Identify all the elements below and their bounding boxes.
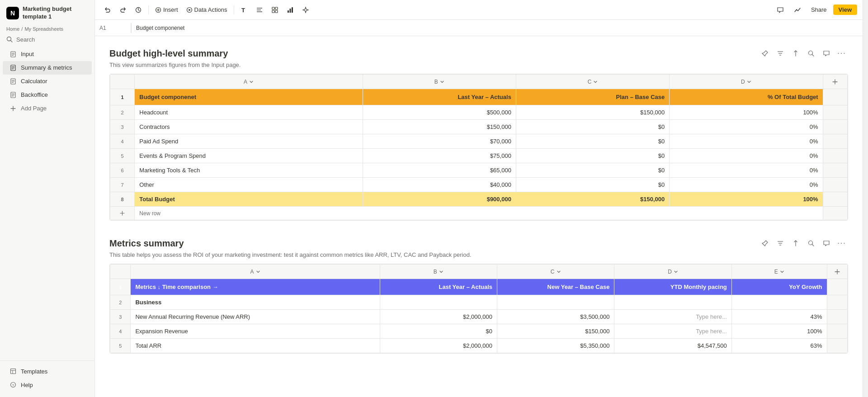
budget-row6-col-d[interactable]: 0% <box>670 163 823 178</box>
text-format-button[interactable]: T <box>237 5 251 15</box>
metrics-pin-button[interactable] <box>759 237 771 250</box>
metrics-row3-col-b[interactable]: $2,000,000 <box>380 310 497 324</box>
budget-row2-col-b[interactable]: $500,000 <box>363 105 516 120</box>
budget-row7-col-b[interactable]: $40,000 <box>363 178 516 192</box>
metrics-row3-col-e[interactable]: 43% <box>731 310 827 324</box>
redo-button[interactable] <box>116 5 130 15</box>
budget-col-d-header[interactable]: % Of Total Budget <box>670 89 823 105</box>
metrics-header-col-d[interactable]: YTD Monthly pacing <box>614 279 731 295</box>
metrics-row3-col-d[interactable]: Type here... <box>614 310 731 324</box>
search-item[interactable]: Search <box>0 33 94 46</box>
budget-row3-col-b[interactable]: $150,000 <box>363 120 516 134</box>
history-button[interactable] <box>131 5 146 15</box>
sidebar-item-templates[interactable]: Templates <box>3 364 92 378</box>
metrics-business-c[interactable] <box>497 295 614 310</box>
metrics-add-col[interactable] <box>827 265 847 279</box>
metrics-business-e[interactable] <box>731 295 827 310</box>
share-button[interactable]: Share <box>807 5 830 15</box>
sidebar-item-summary-metrics[interactable]: Summary & metrics <box>3 61 92 75</box>
share-analytics-button[interactable] <box>790 5 805 15</box>
more-action-button[interactable]: ··· <box>835 47 848 60</box>
search-action-button[interactable] <box>805 47 817 60</box>
metrics-more-button[interactable]: ··· <box>835 237 848 250</box>
budget-row5-col-a[interactable]: Events & Program Spend <box>135 149 363 163</box>
budget-row2-col-a[interactable]: Headcount <box>135 105 363 120</box>
add-col-button[interactable] <box>823 75 847 89</box>
budget-row4-col-b[interactable]: $70,000 <box>363 134 516 149</box>
undo-button[interactable] <box>100 5 115 15</box>
metrics-row4-col-b[interactable]: $0 <box>380 324 497 339</box>
col-header-c[interactable]: C <box>516 75 669 89</box>
budget-row2-col-d[interactable]: 100% <box>670 105 823 120</box>
magic-button[interactable] <box>298 5 313 15</box>
filter-action-button[interactable] <box>774 47 787 60</box>
budget-row7-col-c[interactable]: $0 <box>516 178 669 192</box>
metrics-col-header-d[interactable]: D <box>614 265 731 279</box>
metrics-col-header-b[interactable]: B <box>380 265 497 279</box>
sidebar-item-input[interactable]: Input <box>3 47 92 61</box>
breadcrumb-home[interactable]: Home <box>6 26 19 32</box>
metrics-col-header-c[interactable]: C <box>497 265 614 279</box>
metrics-search-button[interactable] <box>805 237 817 250</box>
new-row-label[interactable]: New row <box>135 208 822 219</box>
insert-button[interactable]: Insert <box>151 5 182 15</box>
scrollbar[interactable] <box>863 0 868 397</box>
metrics-business-b[interactable] <box>380 295 497 310</box>
metrics-row5-col-c[interactable]: $5,350,000 <box>497 339 614 353</box>
metrics-sort-button[interactable] <box>789 237 802 250</box>
budget-row5-col-d[interactable]: 0% <box>670 149 823 163</box>
budget-row3-col-c[interactable]: $0 <box>516 120 669 134</box>
chart-button[interactable] <box>283 5 297 15</box>
metrics-row3-col-c[interactable]: $3,500,000 <box>497 310 614 324</box>
add-row-cell[interactable]: New row <box>135 207 823 220</box>
metrics-row4-col-a[interactable]: Expansion Revenue <box>131 324 380 339</box>
metrics-business-label[interactable]: Business <box>131 295 380 310</box>
budget-total-col-c[interactable]: $150,000 <box>516 192 669 207</box>
budget-row5-col-b[interactable]: $75,000 <box>363 149 516 163</box>
sidebar-item-backoffice[interactable]: Backoffice <box>3 88 92 102</box>
budget-row3-col-d[interactable]: 0% <box>670 120 823 134</box>
formula-value[interactable]: Budget componenet <box>131 23 863 33</box>
budget-total-col-a[interactable]: Total Budget <box>135 192 363 207</box>
budget-col-a-header[interactable]: Budget componenet <box>135 89 363 105</box>
budget-total-col-d[interactable]: 100% <box>670 192 823 207</box>
breadcrumb-spreadsheets[interactable]: My Spreadsheets <box>24 26 63 32</box>
budget-col-c-header[interactable]: Plan – Base Case <box>516 89 669 105</box>
metrics-row3-col-a[interactable]: New Annual Recurring Revenue (New ARR) <box>131 310 380 324</box>
budget-row6-col-a[interactable]: Marketing Tools & Tech <box>135 163 363 178</box>
budget-row2-col-c[interactable]: $150,000 <box>516 105 669 120</box>
metrics-header-col-b[interactable]: Last Year – Actuals <box>380 279 497 295</box>
metrics-filter-button[interactable] <box>774 237 787 250</box>
metrics-row4-col-e[interactable]: 100% <box>731 324 827 339</box>
col-header-b[interactable]: B <box>363 75 516 89</box>
budget-row7-col-d[interactable]: 0% <box>670 178 823 192</box>
budget-row4-col-d[interactable]: 0% <box>670 134 823 149</box>
align-button[interactable] <box>252 5 267 15</box>
budget-row6-col-c[interactable]: $0 <box>516 163 669 178</box>
budget-row5-col-c[interactable]: $0 <box>516 149 669 163</box>
sort-action-button[interactable] <box>789 47 802 60</box>
metrics-comment-button[interactable] <box>820 237 833 250</box>
grid-view-button[interactable] <box>268 5 282 15</box>
metrics-row4-col-c[interactable]: $150,000 <box>497 324 614 339</box>
metrics-row4-col-d[interactable]: Type here... <box>614 324 731 339</box>
comment-action-button[interactable] <box>820 47 833 60</box>
col-header-a[interactable]: A <box>135 75 363 89</box>
metrics-header-col-a[interactable]: Metrics ↓ Time comparison → <box>131 279 380 295</box>
metrics-row5-col-e[interactable]: 63% <box>731 339 827 353</box>
budget-row7-col-a[interactable]: Other <box>135 178 363 192</box>
sidebar-item-add-page[interactable]: Add Page <box>3 102 92 115</box>
col-header-d[interactable]: D <box>670 75 823 89</box>
metrics-col-header-a[interactable]: A <box>131 265 380 279</box>
data-actions-button[interactable]: Data Actions <box>183 5 231 15</box>
budget-total-col-b[interactable]: $900,000 <box>363 192 516 207</box>
pin-action-button[interactable] <box>759 47 771 60</box>
sidebar-item-help[interactable]: ? Help <box>3 378 92 392</box>
comment-button[interactable] <box>773 5 788 15</box>
metrics-col-header-e[interactable]: E <box>731 265 827 279</box>
budget-row4-col-a[interactable]: Paid Ad Spend <box>135 134 363 149</box>
metrics-row5-col-d[interactable]: $4,547,500 <box>614 339 731 353</box>
metrics-row5-col-a[interactable]: Total ARR <box>131 339 380 353</box>
metrics-header-col-e[interactable]: YoY Growth <box>731 279 827 295</box>
metrics-header-col-c[interactable]: New Year – Base Case <box>497 279 614 295</box>
